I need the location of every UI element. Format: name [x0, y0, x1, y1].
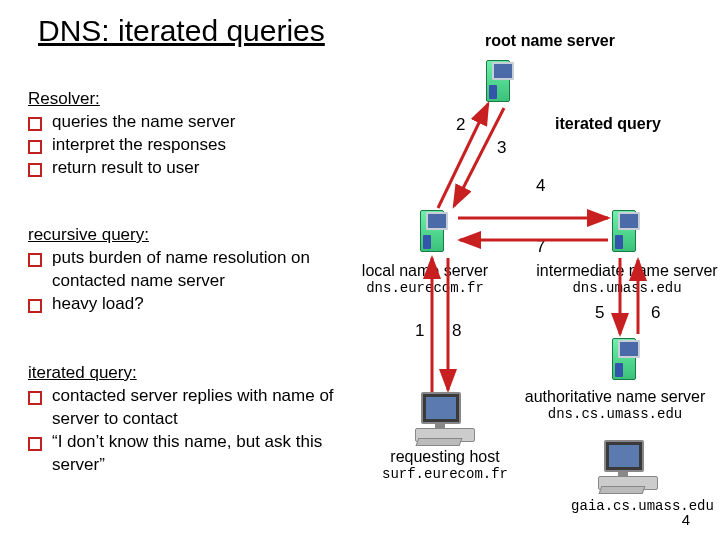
root-server-icon	[486, 60, 520, 102]
recursive-block: recursive query: puts burden of name res…	[28, 224, 318, 316]
local-host: dns.eurecom.fr	[335, 280, 515, 296]
bullet-icon	[28, 163, 42, 177]
resolver-heading: Resolver:	[28, 88, 338, 111]
step-4: 4	[536, 176, 545, 196]
bullet-icon	[28, 299, 42, 313]
recursive-b1: puts burden of name resolution on contac…	[28, 247, 318, 293]
step-1: 1	[415, 321, 424, 341]
req-title: requesting host	[360, 448, 530, 466]
iterated-block: iterated query: contacted server replies…	[28, 362, 338, 477]
auth-server-icon	[612, 338, 646, 380]
recursive-heading: recursive query:	[28, 224, 318, 247]
iterated-heading: iterated query:	[28, 362, 338, 385]
page-number: 4	[682, 511, 690, 528]
auth-host: dns.cs.umass.edu	[510, 406, 720, 422]
slide-title: DNS: iterated queries	[38, 14, 325, 48]
inter-host: dns.umass.edu	[522, 280, 720, 296]
recursive-b2: heavy load?	[28, 293, 318, 316]
resolver-b3: return result to user	[28, 157, 338, 180]
local-server-icon	[420, 210, 454, 252]
step-8: 8	[452, 321, 461, 341]
requesting-host-label: requesting host surf.eurecom.fr	[360, 448, 530, 482]
bullet-icon	[28, 117, 42, 131]
step-6: 6	[651, 303, 660, 323]
requesting-host-icon	[415, 392, 477, 444]
resolver-block: Resolver: queries the name server interp…	[28, 88, 338, 180]
gaia-label: gaia.cs.umass.edu	[555, 498, 720, 514]
bullet-icon	[28, 140, 42, 154]
gaia-host-icon	[598, 440, 660, 492]
resolver-b1: queries the name server	[28, 111, 338, 134]
local-server-label: local name server dns.eurecom.fr	[335, 262, 515, 296]
iterated-b1: contacted server replies with name of se…	[28, 385, 338, 431]
bullet-icon	[28, 437, 42, 451]
root-label: root name server	[440, 32, 660, 50]
intermediate-server-label: intermediate name server dns.umass.edu	[522, 262, 720, 296]
bullet-icon	[28, 253, 42, 267]
local-title: local name server	[335, 262, 515, 280]
step-5: 5	[595, 303, 604, 323]
iterated-query-label: iterated query	[555, 115, 705, 133]
iterated-b2: “I don’t know this name, but ask this se…	[28, 431, 338, 477]
auth-server-label: authoritative name server dns.cs.umass.e…	[510, 388, 720, 422]
step-3: 3	[497, 138, 506, 158]
resolver-b2: interpret the responses	[28, 134, 338, 157]
inter-title: intermediate name server	[522, 262, 720, 280]
bullet-icon	[28, 391, 42, 405]
auth-title: authoritative name server	[510, 388, 720, 406]
step-7: 7	[536, 237, 545, 257]
intermediate-server-icon	[612, 210, 646, 252]
step-2: 2	[456, 115, 465, 135]
req-host: surf.eurecom.fr	[360, 466, 530, 482]
